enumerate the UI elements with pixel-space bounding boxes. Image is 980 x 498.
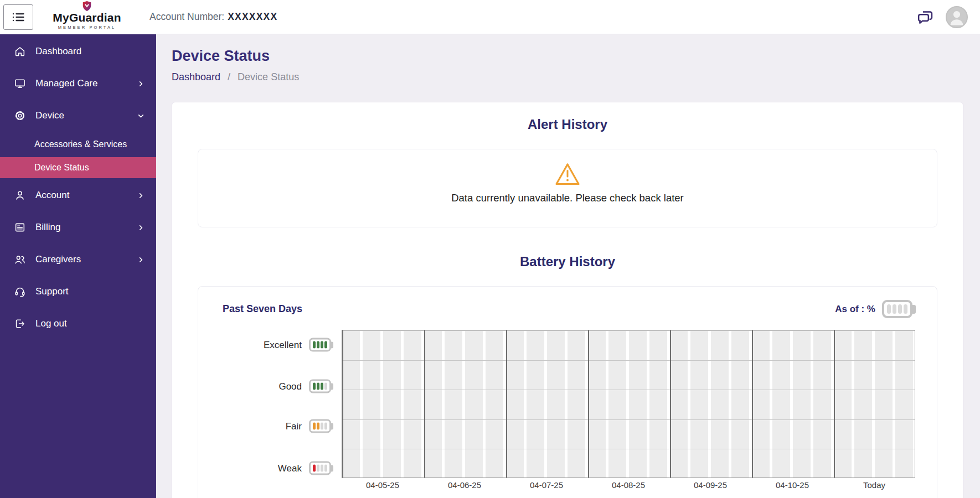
battery-history-panel: Past Seven Days As of : % Excellent Good bbox=[198, 286, 937, 498]
account-number: Account Number:XXXXXXX bbox=[149, 11, 277, 23]
chevron-right-icon bbox=[137, 224, 145, 232]
alert-history-empty-state: Data currently unavailable. Please check… bbox=[198, 149, 937, 227]
sidebar-item-accessories-services[interactable]: Accessories & Services bbox=[0, 135, 156, 154]
logout-icon bbox=[14, 318, 26, 330]
level-label: Excellent bbox=[264, 339, 302, 350]
sidebar-item-label: Log out bbox=[35, 318, 67, 329]
breadcrumb-separator: / bbox=[228, 71, 230, 82]
sidebar-item-managed-care[interactable]: Managed Care bbox=[0, 71, 156, 96]
chat-bubbles-icon bbox=[916, 9, 935, 25]
breadcrumb-current: Device Status bbox=[238, 71, 299, 82]
sidebar-item-dashboard[interactable]: Dashboard bbox=[0, 39, 156, 64]
caregivers-icon bbox=[14, 253, 26, 266]
level-row-good: Good bbox=[223, 380, 331, 393]
battery-history-chart: Excellent Good Fair Weak 04-05-25 04-06-… bbox=[223, 325, 912, 498]
chevron-right-icon bbox=[137, 256, 145, 264]
sidebar-item-label: Dashboard bbox=[35, 46, 81, 57]
sidebar-item-support[interactable]: Support bbox=[0, 279, 156, 304]
breadcrumb-dashboard-link[interactable]: Dashboard bbox=[172, 71, 220, 82]
battery-icon bbox=[882, 300, 912, 318]
battery-history-title: Battery History bbox=[172, 254, 963, 269]
shield-logo-icon bbox=[82, 1, 92, 12]
sidebar-item-label: Account bbox=[35, 190, 69, 201]
sidebar-item-label: Device bbox=[35, 110, 64, 121]
sidebar-item-billing[interactable]: Billing bbox=[0, 215, 156, 240]
breadcrumb: Dashboard / Device Status bbox=[172, 71, 963, 83]
level-label: Weak bbox=[278, 463, 302, 474]
sidebar-item-label: Billing bbox=[35, 222, 60, 233]
chart-grid bbox=[342, 330, 915, 478]
battery-excellent-icon bbox=[309, 338, 331, 352]
level-row-excellent: Excellent bbox=[223, 338, 331, 352]
as-of-legend: As of : % bbox=[835, 300, 912, 318]
monitor-icon bbox=[14, 77, 26, 90]
home-icon bbox=[14, 45, 26, 58]
sidebar-item-label: Accessories & Services bbox=[34, 139, 127, 149]
level-row-fair: Fair bbox=[223, 419, 331, 433]
sidebar-item-label: Support bbox=[35, 286, 69, 297]
level-label: Fair bbox=[286, 421, 302, 432]
chevron-right-icon bbox=[137, 80, 145, 88]
topbar: MyGuardian MEMBER PORTAL Account Number:… bbox=[0, 0, 980, 34]
sidebar-item-label: Managed Care bbox=[35, 78, 97, 89]
x-axis-label: 04-06-25 bbox=[448, 480, 481, 490]
past-seven-days-label: Past Seven Days bbox=[223, 303, 302, 315]
sidebar-item-caregivers[interactable]: Caregivers bbox=[0, 247, 156, 272]
gear-icon bbox=[14, 110, 26, 122]
x-axis-label: 04-07-25 bbox=[530, 480, 563, 490]
account-number-value: XXXXXXX bbox=[228, 11, 277, 22]
x-axis-label: 04-08-25 bbox=[612, 480, 645, 490]
brand-logo[interactable]: MyGuardian MEMBER PORTAL bbox=[49, 0, 125, 34]
sidebar-nav: Dashboard Managed Care Device Accessorie… bbox=[0, 34, 156, 498]
level-row-weak: Weak bbox=[223, 461, 331, 475]
sidebar-item-device-status[interactable]: Device Status bbox=[0, 157, 156, 178]
user-avatar[interactable] bbox=[946, 6, 968, 28]
chevron-right-icon bbox=[137, 191, 145, 200]
x-axis-label: 04-10-25 bbox=[776, 480, 809, 490]
chevron-down-icon bbox=[137, 112, 145, 120]
sidebar-item-account[interactable]: Account bbox=[0, 183, 156, 208]
person-silhouette-icon bbox=[947, 7, 967, 27]
brand-tagline: MEMBER PORTAL bbox=[49, 25, 125, 30]
menu-list-icon bbox=[11, 11, 25, 24]
x-axis-label: Today bbox=[863, 480, 885, 490]
device-status-card: Alert History Data currently unavailable… bbox=[172, 102, 963, 498]
x-axis-label: 04-09-25 bbox=[694, 480, 727, 490]
user-icon bbox=[14, 189, 26, 201]
battery-weak-icon bbox=[309, 461, 331, 475]
main-content: Device Status Dashboard / Device Status … bbox=[156, 34, 980, 498]
sidebar-item-label: Caregivers bbox=[35, 254, 81, 265]
sidebar-toggle-button[interactable] bbox=[3, 4, 33, 30]
sidebar-item-device[interactable]: Device bbox=[0, 103, 156, 128]
headset-icon bbox=[14, 286, 26, 298]
level-label: Good bbox=[278, 381, 302, 392]
billing-icon bbox=[14, 221, 26, 234]
as-of-label: As of : % bbox=[835, 304, 875, 315]
battery-good-icon bbox=[309, 380, 331, 393]
x-axis-label: 04-05-25 bbox=[366, 480, 399, 490]
alert-empty-message: Data currently unavailable. Please check… bbox=[451, 192, 684, 204]
sidebar-item-label: Device Status bbox=[34, 163, 89, 173]
battery-fair-icon bbox=[309, 419, 331, 433]
sidebar-item-logout[interactable]: Log out bbox=[0, 311, 156, 336]
page-title: Device Status bbox=[172, 48, 963, 65]
warning-triangle-icon bbox=[554, 162, 581, 186]
alert-history-title: Alert History bbox=[172, 117, 963, 132]
brand-name: MyGuardian bbox=[49, 11, 125, 24]
chat-button[interactable] bbox=[916, 9, 935, 25]
